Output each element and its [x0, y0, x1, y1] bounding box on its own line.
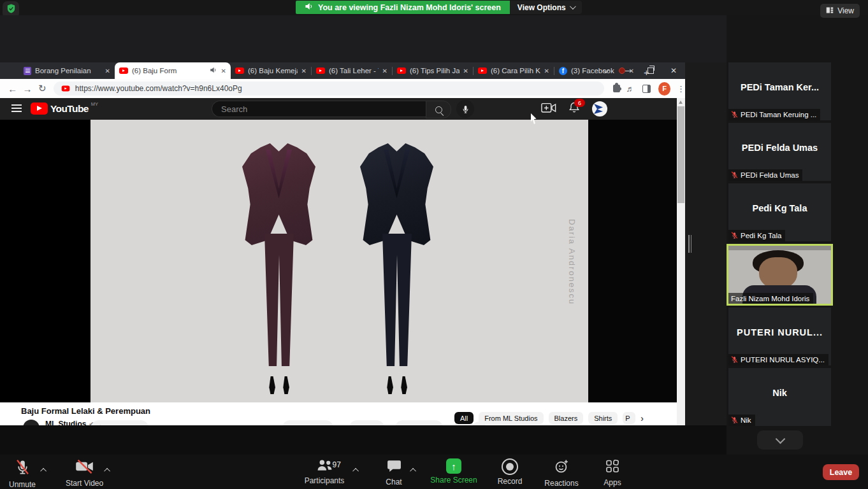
viewing-banner-text: You are viewing Fazli Nizam Mohd Idoris'…: [318, 3, 501, 12]
view-options-button[interactable]: View Options: [510, 1, 582, 14]
chips-next-icon[interactable]: ›: [640, 413, 644, 423]
scroll-participants-button[interactable]: [757, 430, 803, 450]
participant-tile[interactable]: Pedi Kg Tala Pedi Kg Tala: [728, 183, 831, 241]
record-button[interactable]: Record: [492, 458, 528, 486]
participant-tile[interactable]: PEDi Taman Ker... PEDi Taman Keruing ...: [728, 62, 831, 120]
forms-favicon: [24, 67, 31, 75]
unmute-button[interactable]: Unmute: [9, 458, 36, 489]
audio-options-caret[interactable]: [42, 464, 47, 475]
share-button[interactable]: [349, 420, 384, 425]
browser-toolbar: ← → ↻ https://www.youtube.com/watch?v=h9…: [0, 79, 685, 99]
share-screen-button[interactable]: ↑ Share Screen: [424, 458, 483, 485]
apps-button[interactable]: Apps: [597, 458, 628, 487]
close-tab-icon[interactable]: ✕: [221, 67, 226, 74]
participant-label: Nik: [728, 415, 755, 426]
hamburger-menu-icon[interactable]: [11, 104, 22, 112]
scrollbar-up-arrow[interactable]: [679, 101, 683, 104]
chip-partial[interactable]: P: [623, 412, 635, 424]
youtube-favicon: [397, 67, 406, 74]
channel-avatar[interactable]: [23, 420, 40, 425]
participants-button[interactable]: 97 Participants: [297, 458, 352, 485]
video-options-caret[interactable]: [106, 464, 110, 475]
record-icon: [502, 458, 518, 475]
tab-tips-pilih-jam[interactable]: (6) Tips Pilih Jam ✕: [393, 62, 473, 79]
chat-caret[interactable]: [412, 464, 416, 475]
restore-window-button[interactable]: [642, 62, 659, 79]
forward-icon[interactable]: →: [20, 83, 34, 94]
close-tab-icon[interactable]: ✕: [463, 67, 468, 74]
page-scrollbar[interactable]: [677, 98, 685, 425]
search-button[interactable]: [426, 101, 451, 118]
close-tab-icon[interactable]: ✕: [382, 67, 387, 74]
search-box[interactable]: [212, 101, 442, 117]
shared-desktop-background-bottom: [0, 425, 727, 455]
channel-name[interactable]: ML Studios ✔: [45, 420, 94, 425]
browser-menu-icon[interactable]: ⋮: [677, 84, 685, 94]
search-input[interactable]: [220, 104, 434, 115]
like-button[interactable]: [282, 420, 333, 425]
chip-all[interactable]: All: [454, 412, 474, 424]
participant-tile-active-speaker[interactable]: Fazli Nizam Mohd Idoris: [727, 244, 833, 306]
screen-share-banner: You are viewing Fazli Nizam Mohd Idoris'…: [296, 1, 582, 14]
media-controls-icon[interactable]: ♬: [626, 84, 635, 94]
download-button[interactable]: [395, 420, 443, 425]
scrollbar-thumb[interactable]: [677, 106, 684, 203]
youtube-favicon: [62, 86, 70, 92]
tab-audio-icon[interactable]: [210, 67, 217, 74]
chevron-down-icon: [775, 434, 785, 444]
video-info-section: Baju Formal Lelaki & Perempuan ML Studio…: [0, 402, 677, 425]
participants-count: 97: [333, 460, 341, 469]
chat-button[interactable]: Chat: [380, 458, 408, 486]
region-code: MY: [91, 101, 98, 107]
close-tab-icon[interactable]: ✕: [105, 67, 110, 74]
subscribed-button[interactable]: Subscribed: [91, 420, 148, 425]
close-window-button[interactable]: ✕: [665, 62, 682, 79]
notification-count-badge: 6: [574, 99, 585, 107]
tab-borang-penilaian[interactable]: Borang Penilaian ✕: [19, 62, 115, 79]
youtube-logo[interactable]: YouTube MY: [31, 103, 98, 115]
meeting-top-bar: You are viewing Fazli Nizam Mohd Idoris'…: [0, 0, 868, 15]
zoom-meeting-window: You are viewing Fazli Nizam Mohd Idoris'…: [0, 0, 868, 489]
voice-search-button[interactable]: [456, 100, 474, 118]
browser-tab-bar: Borang Penilaian ✕ (6) Baju Form ✕ (6) B…: [0, 62, 685, 79]
chip-blazers[interactable]: Blazers: [549, 412, 584, 424]
speaker-icon: [305, 3, 314, 12]
window-menu-button[interactable]: [597, 62, 613, 79]
extensions-icon[interactable]: [613, 85, 620, 92]
youtube-account-avatar[interactable]: [592, 101, 607, 117]
youtube-play-icon: [31, 103, 48, 115]
participant-tile[interactable]: PUTERI NURUL... PUTERI NURUL ASYIQ...: [728, 308, 831, 365]
chat-bubble-icon: [386, 458, 402, 476]
video-player[interactable]: Daria Andronescu: [0, 120, 677, 402]
close-tab-icon[interactable]: ✕: [544, 67, 549, 74]
browser-profile-avatar[interactable]: F: [658, 82, 670, 96]
refresh-icon[interactable]: ↻: [35, 83, 50, 94]
tab-cara-pilih-kas[interactable]: (6) Cara Pilih Kas ✕: [474, 62, 554, 79]
view-layout-button[interactable]: View: [820, 4, 860, 18]
participant-tile[interactable]: PEDi Felda Umas PEDi Felda Umas: [728, 123, 831, 181]
youtube-header-actions: 6: [541, 101, 607, 117]
start-video-button[interactable]: Start Video: [66, 458, 103, 488]
youtube-favicon: [316, 67, 325, 74]
address-bar[interactable]: https://www.youtube.com/watch?v=h9n6Lx40…: [54, 82, 604, 96]
close-tab-icon[interactable]: ✕: [301, 67, 307, 74]
tab-tali-leher[interactable]: (6) Tali Leher - Yo ✕: [312, 62, 392, 79]
tab-baju-formal-active[interactable]: (6) Baju Form ✕: [115, 62, 231, 79]
meeting-controls-bar: Unmute Start Video 97 Participants Chat: [0, 455, 868, 489]
mic-muted-icon: [14, 458, 31, 478]
create-video-icon[interactable]: [541, 103, 556, 116]
chip-from-channel[interactable]: From ML Studios: [479, 412, 543, 424]
panel-divider-handle[interactable]: [688, 235, 693, 253]
video-watermark: Daria Andronescu: [567, 219, 577, 305]
tab-baju-kemeja[interactable]: (6) Baju Kemeja - ✕: [231, 62, 311, 79]
reactions-button[interactable]: Reactions: [539, 458, 584, 488]
participant-tile[interactable]: Nik Nik: [728, 368, 831, 426]
notifications-bell-icon[interactable]: 6: [568, 101, 581, 117]
side-panel-icon[interactable]: [642, 85, 651, 93]
leave-button[interactable]: Leave: [823, 464, 859, 480]
chip-shirts[interactable]: Shirts: [588, 412, 618, 424]
back-icon[interactable]: ←: [5, 83, 20, 94]
search-icon: [435, 106, 442, 113]
participants-caret[interactable]: [354, 464, 359, 475]
minimize-window-button[interactable]: [619, 62, 636, 79]
